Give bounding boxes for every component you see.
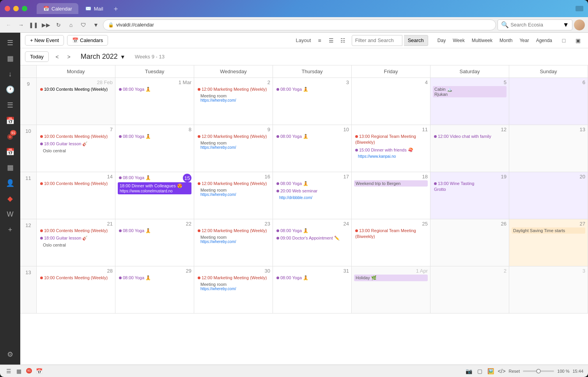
event-cabin[interactable]: Cabin 🏔️Rjukan <box>433 86 507 97</box>
cal-cell-29mar[interactable]: 29 08:00 Yoga 🧘 <box>115 266 194 313</box>
event-yoga-22mar[interactable]: 08:00 Yoga 🧘 <box>118 227 191 234</box>
status-window-icon[interactable]: ▢ <box>476 367 484 375</box>
search-button[interactable]: Search <box>404 35 428 46</box>
event-doctor-24mar[interactable]: 09:00 Doctor's Appointment ✏️ <box>275 235 349 241</box>
zoom-thumb[interactable] <box>536 369 541 373</box>
view-year[interactable]: Year <box>516 36 532 45</box>
sidebar-item-feed[interactable]: ▦ <box>3 160 17 174</box>
status-panels-icon[interactable]: ☰ <box>5 367 12 375</box>
event-yoga-8mar[interactable]: 08:00 Yoga 🧘 <box>118 133 191 140</box>
cal-cell-4mar[interactable]: 4 <box>352 78 430 125</box>
cal-cell-25mar[interactable]: 25 13:00 Regional Team Meeting (Biweekly… <box>352 219 430 266</box>
status-calendar-icon[interactable]: 📅 <box>35 367 43 375</box>
sidebar-item-mail[interactable]: ◉ 91 <box>3 129 17 143</box>
event-contents-28mar[interactable]: 10:00 Contents Meeting (Weekly) <box>39 275 113 281</box>
view-week[interactable]: Week <box>450 36 468 45</box>
event-marketing-2mar[interactable]: 12:00 Marketing Meeting (Weekly) <box>197 86 270 93</box>
cal-cell-2mar[interactable]: 2 12:00 Marketing Meeting (Weekly) Meeti… <box>194 78 273 125</box>
status-mail-icon[interactable]: ✉ 91 <box>25 367 33 375</box>
layout-compact-icon[interactable]: ≡ <box>314 35 325 46</box>
sidebar-item-panels[interactable]: ▦ <box>3 51 17 65</box>
event-webinar-17mar[interactable]: 20:00 Web seminar <box>275 188 349 194</box>
cal-cell-30mar[interactable]: 30 12:00 Marketing Meeting (Weekly) Meet… <box>194 266 273 313</box>
cal-cell-17mar[interactable]: 17 08:00 Yoga 🧘 20:00 Web seminar http:/… <box>273 172 352 219</box>
next-arrow[interactable]: > <box>64 51 74 62</box>
event-marketing-23mar[interactable]: 12:00 Marketing Meeting (Weekly) <box>197 227 270 234</box>
sidebar-item-add[interactable]: + <box>3 223 17 237</box>
cal-cell-28feb[interactable]: 28 Feb 10:00 Contents Meeting (Weekly) <box>37 78 115 125</box>
maximize-button[interactable] <box>22 6 27 11</box>
event-yoga-24mar[interactable]: 08:00 Yoga 🧘 <box>275 227 349 234</box>
sidebar-item-contacts[interactable]: 👤 <box>3 176 17 190</box>
zoom-slider[interactable] <box>523 370 554 372</box>
cal-cell-3apr[interactable]: 3 <box>509 266 588 313</box>
sidebar-item-bookmarks[interactable]: ☰ <box>3 36 17 50</box>
cal-title-dropdown[interactable]: ▼ <box>120 54 126 60</box>
event-yoga-10mar[interactable]: 08:00 Yoga 🧘 <box>275 133 349 140</box>
filter-input[interactable] <box>352 35 402 46</box>
cal-cell-7mar[interactable]: 7 10:00 Contents Meeting (Weekly) 18:00 … <box>37 125 115 172</box>
event-marketing-16mar[interactable]: 12:00 Marketing Meeting (Weekly) <box>197 180 270 187</box>
reset-label[interactable]: Reset <box>509 369 520 373</box>
cal-cell-14mar[interactable]: 14 10:00 Contents Meeting (Weekly) <box>37 172 115 219</box>
cal-cell-3mar[interactable]: 3 08:00 Yoga 🧘 <box>273 78 352 125</box>
cal-cell-24mar[interactable]: 24 08:00 Yoga 🧘 09:00 Doctor's Appointme… <box>273 219 352 266</box>
sidebar-item-downloads[interactable]: ↓ <box>3 67 17 81</box>
event-regional-25mar[interactable]: 13:00 Regional Team Meeting (Biweekly) <box>354 227 428 240</box>
link-kanpai[interactable]: https://www.kanpai.no <box>354 154 428 159</box>
event-yoga-15mar[interactable]: 08:00 Yoga 🧘 <box>118 174 191 181</box>
sidebar-item-calendar2[interactable]: 📅 <box>3 114 17 128</box>
link-whereby-2mar[interactable]: https://whereby.com/ <box>197 98 270 102</box>
cal-cell-13mar[interactable]: 13 <box>509 125 588 172</box>
cal-cell-1apr[interactable]: 1 Apr Holiday 🌿 <box>352 266 430 313</box>
event-weekend-trip[interactable]: Weekend trip to Bergen <box>354 180 428 187</box>
sidebar-item-calendar3[interactable]: 📅 <box>3 145 17 159</box>
view-agenda[interactable]: Agenda <box>533 36 555 45</box>
event-dst[interactable]: Daylight Saving Time starts <box>512 227 585 234</box>
fast-forward-button[interactable]: ▶▶ <box>41 19 51 30</box>
event-guitar-7mar[interactable]: 18:00 Guitar lesson 🎸 <box>39 141 113 147</box>
cal-cell-15mar[interactable]: 15 08:00 Yoga 🧘 18:00 Dinner with Collea… <box>115 172 194 219</box>
tab-mail[interactable]: ✉️ Mail <box>79 3 110 14</box>
new-event-button[interactable]: + New Event <box>25 35 64 46</box>
view-multiweek[interactable]: Multiweek <box>469 36 496 45</box>
close-button[interactable] <box>5 6 10 11</box>
back-button[interactable]: ← <box>3 19 14 30</box>
link-whereby-9mar[interactable]: https://whereby.com/ <box>197 145 270 150</box>
event-contents-14mar[interactable]: 10:00 Contents Meeting (Weekly) <box>39 180 113 187</box>
link-whereby-30mar[interactable]: https://whereby.com/ <box>197 287 270 291</box>
event-marketing-9mar[interactable]: 12:00 Marketing Meeting (Weekly) <box>197 133 270 140</box>
shield-button[interactable]: 🛡 <box>78 19 89 30</box>
collapse-icon[interactable]: ▣ <box>572 35 583 46</box>
event-yoga-3mar[interactable]: 08:00 Yoga 🧘 <box>275 86 349 93</box>
sidebar-item-vivaldi[interactable]: ◆ <box>3 192 17 206</box>
refresh-button[interactable]: ↻ <box>53 19 64 30</box>
cal-cell-16mar[interactable]: 16 12:00 Marketing Meeting (Weekly) Meet… <box>194 172 273 219</box>
layout-list-icon[interactable]: ☰ <box>326 35 337 46</box>
status-tabs-icon[interactable]: ▦ <box>15 367 23 375</box>
cal-cell-8mar[interactable]: 8 08:00 Yoga 🧘 <box>115 125 194 172</box>
cal-cell-18mar[interactable]: 18 Weekend trip to Bergen <box>352 172 430 219</box>
event-dinner-11mar[interactable]: 15:00 Dinner with friends 🍣 <box>354 147 428 153</box>
layout-grid-icon[interactable]: ☷ <box>338 35 349 46</box>
sidebar-item-history[interactable]: 🕐 <box>3 83 17 97</box>
cal-cell-27mar[interactable]: 27 Daylight Saving Time starts <box>509 219 588 266</box>
prev-arrow[interactable]: < <box>52 51 63 62</box>
event-regional-11mar[interactable]: 13:00 Regional Team Meeting (Biweekly) <box>354 133 428 146</box>
search-input[interactable] <box>510 22 561 28</box>
event-holiday[interactable]: Holiday 🌿 <box>354 275 428 281</box>
tab-calendar[interactable]: 📅 Calendar <box>37 3 78 14</box>
cal-cell-21mar[interactable]: 21 10:00 Contents Meeting (Weekly) 18:00… <box>37 219 115 266</box>
cal-cell-12mar[interactable]: 12 12:00 Video chat with family <box>430 125 509 172</box>
cal-cell-5mar[interactable]: 5 Cabin 🏔️Rjukan <box>430 78 509 125</box>
cal-cell-31mar[interactable]: 31 08:00 Yoga 🧘 <box>273 266 352 313</box>
home-button[interactable]: ⌂ <box>66 19 76 30</box>
user-avatar[interactable] <box>574 19 585 30</box>
calendars-button[interactable]: 📅 Calendars <box>67 35 108 46</box>
view-month[interactable]: Month <box>496 36 515 45</box>
link-dribbble[interactable]: http://dribbble.com/ <box>275 196 349 200</box>
cal-cell-6mar[interactable]: 6 <box>509 78 588 125</box>
cal-cell-2apr[interactable]: 2 <box>430 266 509 313</box>
cal-cell-20mar[interactable]: 20 <box>509 172 588 219</box>
sidebar-item-notes[interactable]: ☰ <box>3 98 17 112</box>
